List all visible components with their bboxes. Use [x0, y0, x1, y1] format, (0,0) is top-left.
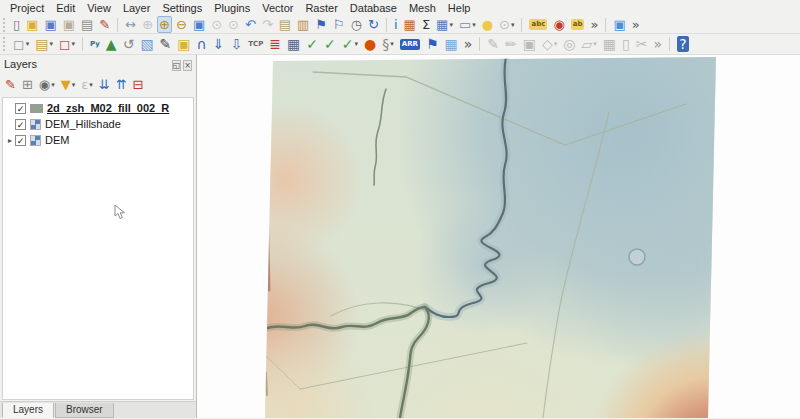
- overflow-chevron-icon[interactable]: »: [588, 16, 600, 33]
- current-edits-icon[interactable]: ✎: [485, 35, 501, 54]
- processing-swirl-icon[interactable]: ↺: [121, 35, 137, 54]
- download-plugin-icon[interactable]: ⇓: [211, 35, 227, 54]
- diagram-options-icon[interactable]: ◉: [551, 16, 566, 33]
- layer-expander-icon[interactable]: ▸: [5, 136, 15, 145]
- zoom-in-icon[interactable]: ⊕: [157, 16, 172, 33]
- filter-expression-icon[interactable]: ε▾: [79, 75, 95, 94]
- overflow-chevron2-icon[interactable]: »: [630, 16, 642, 33]
- layer-item[interactable]: ✓DEM_Hillshade: [3, 116, 193, 132]
- overflow-chevron3-icon[interactable]: »: [462, 35, 475, 54]
- grid-plugin-icon[interactable]: ▦: [443, 35, 460, 54]
- layer-name[interactable]: DEM: [45, 134, 69, 146]
- identify-features-icon[interactable]: i: [392, 16, 400, 33]
- menu-edit[interactable]: Edit: [50, 0, 81, 16]
- layer-item[interactable]: ▸✓DEM: [3, 132, 193, 148]
- import-layer-icon[interactable]: ⇩: [229, 35, 245, 54]
- layer-visibility-checkbox[interactable]: ✓: [15, 119, 26, 130]
- zoom-out-icon[interactable]: ⊖: [174, 16, 189, 33]
- layout-manager-icon[interactable]: ▤: [79, 16, 95, 33]
- statistical-summary-icon[interactable]: Σ: [420, 16, 432, 33]
- float-panel-icon[interactable]: ◱: [172, 60, 182, 71]
- panel-tab-layers[interactable]: Layers: [2, 403, 54, 418]
- open-styling-panel-icon[interactable]: ✎: [3, 75, 18, 94]
- arr-plugin-icon[interactable]: ARR: [398, 35, 422, 54]
- topology-check-icon[interactable]: ✓: [322, 35, 338, 54]
- arch-plugin-icon[interactable]: ∩: [195, 35, 209, 54]
- pan-map-icon[interactable]: ↔: [123, 16, 138, 33]
- attribute-table-icon[interactable]: ▦▾: [434, 16, 455, 33]
- select-features-icon[interactable]: ◻▾: [11, 35, 31, 54]
- python-console-icon[interactable]: Py: [88, 35, 102, 54]
- menu-project[interactable]: Project: [4, 0, 50, 16]
- save-project-icon[interactable]: ▣: [42, 16, 58, 33]
- validity-check-icon[interactable]: ✓▾: [340, 35, 360, 54]
- data-source-manager-icon[interactable]: ▣: [611, 16, 627, 33]
- style-manager-icon[interactable]: ✎: [97, 16, 112, 33]
- layer-name[interactable]: DEM_Hillshade: [45, 118, 121, 130]
- deselect-features-icon[interactable]: ◻▾: [57, 35, 77, 54]
- save-project-as-icon[interactable]: ▣: [61, 16, 77, 33]
- move-label-icon[interactable]: ab: [569, 16, 587, 33]
- toolbar-grip[interactable]: [3, 37, 7, 51]
- toolbar-grip[interactable]: [3, 18, 7, 32]
- geocoder-icon[interactable]: ⊙▾: [497, 16, 516, 33]
- new-bookmark-icon[interactable]: ⚑: [313, 16, 329, 33]
- move-feature-icon[interactable]: ◎: [561, 35, 577, 54]
- select-by-form-icon[interactable]: ▤▾: [33, 35, 55, 54]
- zoom-to-native-icon[interactable]: ⊙: [226, 16, 241, 33]
- menu-settings[interactable]: Settings: [156, 0, 208, 16]
- cut-features-icon[interactable]: ✂: [634, 35, 650, 54]
- layer-visibility-checkbox[interactable]: ✓: [15, 103, 26, 114]
- zoom-layer-extent-icon[interactable]: ▤: [277, 16, 293, 33]
- filter-legend-icon[interactable]: ▼▾: [59, 75, 78, 94]
- labeling-options-icon[interactable]: abc: [527, 16, 549, 33]
- toggle-editing-icon[interactable]: ✏: [503, 35, 519, 54]
- field-calculator-icon[interactable]: ▦: [402, 16, 418, 33]
- zoom-next-icon[interactable]: ↷: [260, 16, 275, 33]
- flag-plugin-icon[interactable]: ⚑: [424, 35, 441, 54]
- map-tips-icon[interactable]: ●: [480, 16, 495, 33]
- remove-layer-icon[interactable]: ⊟: [131, 75, 146, 94]
- profile-levels-icon[interactable]: ≣: [267, 35, 283, 54]
- fox-plugin-icon[interactable]: ●: [362, 35, 378, 54]
- zoom-last-icon[interactable]: ↶: [243, 16, 258, 33]
- map-edit-plugin-icon[interactable]: ▧: [138, 35, 155, 54]
- temporal-controller-icon[interactable]: ◷: [349, 16, 364, 33]
- open-project-icon[interactable]: ▣: [24, 16, 40, 33]
- menu-view[interactable]: View: [81, 0, 117, 16]
- add-feature-icon[interactable]: ◇▾: [540, 35, 559, 54]
- save-edits-icon[interactable]: ▣: [521, 35, 538, 54]
- refresh-map-icon[interactable]: ↻: [366, 16, 381, 33]
- add-group-icon[interactable]: ⊞: [20, 75, 35, 94]
- cube-plugin-icon[interactable]: ▣: [175, 35, 192, 54]
- zoom-to-selection-icon[interactable]: ⊙: [209, 16, 224, 33]
- collapse-all-icon[interactable]: ⇈: [114, 75, 129, 94]
- show-bookmarks-icon[interactable]: ⚐: [331, 16, 347, 33]
- map-canvas[interactable]: [197, 55, 800, 418]
- menu-database[interactable]: Database: [344, 0, 403, 16]
- close-panel-icon[interactable]: ×: [183, 60, 192, 71]
- new-project-icon[interactable]: ▯: [11, 16, 22, 33]
- help-icon[interactable]: ?: [675, 35, 690, 54]
- menu-raster[interactable]: Raster: [299, 0, 343, 16]
- menu-layer[interactable]: Layer: [117, 0, 157, 16]
- tcp-plugin-icon[interactable]: TCP: [246, 35, 265, 54]
- layer-tree[interactable]: ✓2d_zsh_M02_fill_002_R✓DEM_Hillshade▸✓DE…: [2, 97, 194, 400]
- measure-icon[interactable]: ▭▾: [457, 16, 478, 33]
- overflow-chevron4-icon[interactable]: »: [652, 35, 665, 54]
- layer-name[interactable]: 2d_zsh_M02_fill_002_R: [47, 102, 169, 114]
- geometry-check-icon[interactable]: ✓: [304, 35, 320, 54]
- attachment-plugin-icon[interactable]: §▾: [380, 35, 396, 54]
- zoom-full-icon[interactable]: ▣: [191, 16, 207, 33]
- pan-to-selection-icon[interactable]: ⊕: [140, 16, 155, 33]
- layer-item[interactable]: ✓2d_zsh_M02_fill_002_R: [3, 100, 193, 116]
- menu-mesh[interactable]: Mesh: [403, 0, 442, 16]
- menu-plugins[interactable]: Plugins: [208, 0, 256, 16]
- vertex-tool-icon[interactable]: ▱▾: [580, 35, 599, 54]
- map-themes-icon[interactable]: ◉▾: [37, 75, 57, 94]
- terrain-plugin-icon[interactable]: ▲: [104, 35, 119, 54]
- expand-all-icon[interactable]: ⇊: [97, 75, 112, 94]
- menu-help[interactable]: Help: [442, 0, 477, 16]
- image-preview-icon[interactable]: ▦: [285, 35, 302, 54]
- menu-vector[interactable]: Vector: [256, 0, 299, 16]
